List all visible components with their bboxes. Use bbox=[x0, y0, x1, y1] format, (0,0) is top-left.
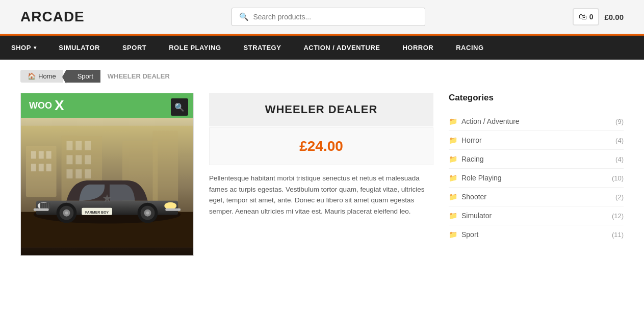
svg-rect-10 bbox=[75, 141, 82, 150]
svg-rect-5 bbox=[31, 164, 36, 171]
logo: ARCADE bbox=[20, 9, 85, 25]
cart-bag-icon: 🛍 bbox=[579, 12, 587, 21]
svg-rect-25 bbox=[40, 203, 50, 209]
categories-title: Categories bbox=[449, 93, 624, 103]
nav-item-simulator[interactable]: SIMULATOR bbox=[47, 36, 111, 60]
svg-rect-7 bbox=[46, 164, 51, 171]
search-bar: 🔍 bbox=[231, 8, 425, 26]
nav-link-action-adventure[interactable]: ACTION / ADVENTURE bbox=[292, 36, 391, 60]
main-content: 🔍 WOO X bbox=[0, 93, 644, 276]
category-link[interactable]: Shooter bbox=[461, 193, 611, 201]
breadcrumb-sport[interactable]: Sport bbox=[66, 70, 100, 83]
nav-link-racing[interactable]: RACING bbox=[445, 36, 495, 60]
product-image: 🔍 WOO X bbox=[20, 93, 194, 256]
breadcrumb-current: WHEELER DEALER bbox=[108, 72, 170, 80]
category-item: 📁 Role Playing (10) bbox=[449, 169, 624, 188]
woo-label: WOO bbox=[29, 100, 52, 111]
svg-rect-11 bbox=[85, 141, 91, 150]
product-image-visual: WOO X bbox=[21, 93, 193, 255]
category-item: 📁 Sport (11) bbox=[449, 225, 624, 244]
svg-point-33 bbox=[65, 212, 68, 215]
car-visual: FARMER BOY bbox=[21, 118, 193, 255]
svg-rect-19 bbox=[152, 131, 178, 202]
category-link[interactable]: Horror bbox=[461, 136, 611, 144]
nav-item-racing[interactable]: RACING bbox=[445, 36, 495, 60]
cart-area: 🛍 0 £0.00 bbox=[573, 8, 624, 25]
category-item: 📁 Racing (4) bbox=[449, 150, 624, 169]
folder-icon: 📁 bbox=[449, 230, 457, 239]
product-price-box: £24.00 bbox=[209, 127, 433, 165]
category-item: 📁 Simulator (12) bbox=[449, 206, 624, 225]
svg-rect-13 bbox=[75, 155, 82, 164]
nav-item-shop[interactable]: SHOP ▾ bbox=[0, 36, 47, 60]
cart-button[interactable]: 🛍 0 bbox=[573, 8, 599, 25]
breadcrumb-home[interactable]: 🏠 Home bbox=[20, 70, 63, 83]
nav-item-sport[interactable]: SPORT bbox=[111, 36, 158, 60]
nav-item-horror[interactable]: HORROR bbox=[391, 36, 445, 60]
woo-badge: WOO X bbox=[21, 93, 193, 118]
category-list: 📁 Action / Adventure (9) 📁 Horror (4) 📁 … bbox=[449, 112, 624, 244]
nav-item-role-playing[interactable]: ROLE PLAYING bbox=[158, 36, 232, 60]
breadcrumb: 🏠 Home Sport WHEELER DEALER bbox=[0, 60, 644, 93]
category-count: (2) bbox=[615, 193, 624, 201]
svg-rect-16 bbox=[75, 169, 82, 178]
svg-point-23 bbox=[164, 202, 176, 210]
nav-link-horror[interactable]: HORROR bbox=[391, 36, 445, 60]
svg-rect-3 bbox=[39, 151, 44, 159]
folder-icon: 📁 bbox=[449, 155, 457, 163]
nav-link-role-playing[interactable]: ROLE PLAYING bbox=[158, 36, 232, 60]
cart-total: £0.00 bbox=[604, 13, 624, 21]
folder-icon: 📁 bbox=[449, 174, 457, 182]
search-icon: 🔍 bbox=[239, 12, 249, 21]
category-count: (4) bbox=[615, 155, 624, 163]
svg-rect-41 bbox=[34, 208, 49, 211]
category-link[interactable]: Racing bbox=[461, 155, 611, 163]
svg-point-37 bbox=[146, 212, 149, 215]
svg-rect-2 bbox=[31, 151, 36, 159]
folder-icon: 📁 bbox=[449, 212, 457, 220]
nav-item-action-adventure[interactable]: ACTION / ADVENTURE bbox=[292, 36, 391, 60]
car-svg: FARMER BOY bbox=[21, 125, 193, 248]
product-title-box: WHEELER DEALER bbox=[209, 93, 433, 126]
zoom-button[interactable]: 🔍 bbox=[171, 98, 188, 116]
svg-rect-42 bbox=[165, 208, 181, 211]
main-nav: SHOP ▾ SIMULATOR SPORT ROLE PLAYING STRA… bbox=[0, 34, 644, 60]
category-link[interactable]: Role Playing bbox=[461, 174, 608, 182]
woo-x-label: X bbox=[55, 97, 64, 114]
svg-rect-14 bbox=[85, 155, 91, 164]
nav-link-shop[interactable]: SHOP ▾ bbox=[0, 36, 47, 60]
category-count: (4) bbox=[615, 137, 624, 144]
svg-rect-6 bbox=[39, 164, 44, 171]
folder-icon: 📁 bbox=[449, 193, 457, 201]
product-title: WHEELER DEALER bbox=[224, 103, 418, 116]
chevron-down-icon: ▾ bbox=[34, 45, 37, 50]
product-description: Pellentesque habitant morbi tristique se… bbox=[209, 173, 433, 217]
nav-link-simulator[interactable]: SIMULATOR bbox=[47, 36, 111, 60]
product-detail: WHEELER DEALER £24.00 Pellentesque habit… bbox=[209, 93, 433, 256]
product-image-wrap: 🔍 WOO X bbox=[20, 93, 194, 256]
svg-rect-9 bbox=[66, 141, 72, 150]
search-input[interactable] bbox=[253, 13, 418, 21]
svg-rect-12 bbox=[66, 155, 72, 164]
nav-link-strategy[interactable]: STRATEGY bbox=[233, 36, 293, 60]
category-item: 📁 Action / Adventure (9) bbox=[449, 112, 624, 131]
product-price: £24.00 bbox=[299, 138, 343, 154]
category-count: (10) bbox=[612, 174, 624, 182]
categories-section: Categories 📁 Action / Adventure (9) 📁 Ho… bbox=[449, 93, 624, 244]
category-count: (11) bbox=[612, 231, 624, 239]
cart-count: 0 bbox=[589, 13, 594, 21]
category-count: (12) bbox=[612, 212, 624, 220]
nav-link-sport[interactable]: SPORT bbox=[111, 36, 158, 60]
breadcrumb-sport-label: Sport bbox=[78, 72, 93, 80]
nav-item-strategy[interactable]: STRATEGY bbox=[233, 36, 293, 60]
svg-rect-4 bbox=[46, 151, 51, 159]
home-icon: 🏠 bbox=[28, 72, 36, 80]
breadcrumb-home-label: Home bbox=[38, 72, 56, 80]
breadcrumb-items: 🏠 Home Sport WHEELER DEALER bbox=[20, 70, 170, 83]
svg-rect-17 bbox=[85, 169, 91, 178]
category-link[interactable]: Sport bbox=[461, 230, 608, 239]
category-link[interactable]: Action / Adventure bbox=[461, 117, 611, 125]
folder-icon: 📁 bbox=[449, 117, 457, 125]
category-link[interactable]: Simulator bbox=[461, 212, 608, 220]
svg-rect-15 bbox=[66, 169, 72, 178]
